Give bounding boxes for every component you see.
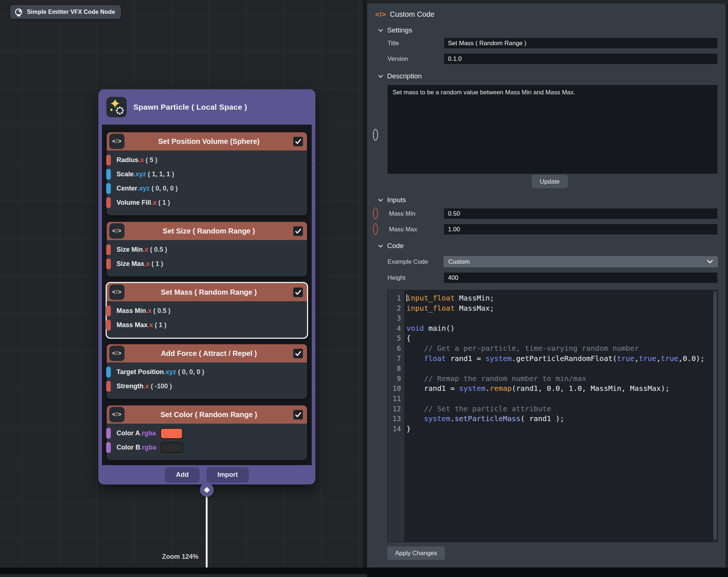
code-line-3 — [406, 313, 713, 323]
param-port-icon[interactable] — [106, 154, 111, 166]
param-row-volume-fill[interactable]: Volume Fill.x ( 1 ) — [107, 196, 307, 210]
param-name: Size Min — [117, 246, 143, 254]
apply-changes-button[interactable]: Apply Changes — [387, 546, 445, 560]
section-label: Code — [387, 242, 404, 250]
line-number: 8 — [387, 364, 404, 374]
code-line-9: // Remap the random number to min/max — [406, 374, 713, 384]
title-input[interactable] — [444, 38, 718, 49]
param-port-icon[interactable] — [106, 258, 111, 270]
code-token: system — [459, 384, 485, 393]
selected-option: Custom — [448, 258, 707, 266]
module-enabled-checkbox[interactable] — [293, 226, 303, 236]
param-row-strength[interactable]: Strength.x ( -100 ) — [107, 379, 307, 393]
param-value: ( 1 ) — [150, 260, 163, 268]
section-inputs[interactable]: Inputs — [378, 196, 406, 204]
example-code-select[interactable]: Custom — [444, 256, 718, 267]
module-title: Set Size ( Random Range ) — [125, 227, 293, 235]
app-window: Simple Emitter VFX Code Node Spawn Parti… — [0, 0, 728, 577]
add-button[interactable]: Add — [165, 467, 200, 483]
module-set-mass-random-range[interactable]: </>Set Mass ( Random Range )Mass Min.x (… — [107, 283, 307, 338]
param-row-size-max[interactable]: Size Max.x ( 1 ) — [107, 257, 307, 271]
module-header[interactable]: </>Set Position Volume (Sphere) — [107, 132, 307, 150]
spawn-particle-node[interactable]: Spawn Particle ( Local Space ) </>Set Po… — [98, 89, 315, 484]
param-row-mass-max[interactable]: Mass Max.x ( 1 ) — [107, 318, 307, 332]
section-code[interactable]: Code — [378, 242, 404, 250]
module-enabled-checkbox[interactable] — [293, 287, 303, 297]
mass-min-input[interactable] — [444, 208, 718, 219]
param-port-icon[interactable] — [106, 442, 111, 453]
section-settings[interactable]: Settings — [378, 26, 412, 34]
code-line-7: float rand1 = system.getParticleRandomFl… — [406, 354, 713, 364]
param-name: Radius — [117, 156, 138, 164]
param-port-icon[interactable] — [106, 169, 111, 180]
param-port-icon[interactable] — [106, 428, 111, 439]
param-value: ( 0, 0, 0 ) — [176, 368, 204, 376]
param-port-icon[interactable] — [106, 197, 111, 208]
param-port-icon[interactable] — [106, 319, 111, 331]
param-suffix: .rgba — [140, 444, 156, 451]
code-text-area[interactable]: input_float MassMin;input_float MassMax;… — [404, 290, 713, 542]
module-rows: Mass Min.x ( 0.5 )Mass Max.x ( 1 ) — [107, 301, 307, 338]
module-set-color-random-range[interactable]: </>Set Color ( Random Range )Color A.rgb… — [107, 405, 307, 460]
module-header[interactable]: </>Set Mass ( Random Range ) — [107, 283, 307, 301]
title-label: Title — [387, 40, 399, 47]
editor-scrollbar[interactable] — [713, 290, 717, 542]
update-button[interactable]: Update — [532, 175, 568, 188]
param-port-icon[interactable] — [106, 366, 111, 378]
node-graph-canvas[interactable]: Simple Emitter VFX Code Node Spawn Parti… — [0, 0, 367, 577]
connection-wire — [206, 495, 208, 568]
param-port-icon[interactable] — [106, 381, 111, 392]
param-row-size-min[interactable]: Size Min.x ( 0.5 ) — [107, 243, 307, 257]
code-token: float — [424, 354, 446, 363]
module-enabled-checkbox[interactable] — [293, 410, 303, 420]
code-editor[interactable]: 1234567891011121314 input_float MassMin;… — [387, 290, 718, 542]
code-token: ,0.0); — [678, 354, 705, 363]
module-enabled-checkbox[interactable] — [293, 349, 303, 358]
param-row-mass-min[interactable]: Mass Min.x ( 0.5 ) — [107, 304, 307, 318]
param-suffix: .x — [138, 156, 144, 164]
line-number: 1 — [387, 293, 404, 303]
graph-title: Simple Emitter VFX Code Node — [27, 9, 115, 15]
module-header[interactable]: </>Set Color ( Random Range ) — [107, 405, 307, 424]
param-row-color-b[interactable]: Color B.rgba — [107, 440, 307, 455]
node-header[interactable]: Spawn Particle ( Local Space ) — [98, 89, 315, 125]
line-number: 7 — [387, 354, 404, 364]
height-input[interactable] — [444, 272, 718, 283]
module-header[interactable]: </>Set Size ( Random Range ) — [107, 222, 307, 240]
color-swatch[interactable] — [160, 428, 183, 439]
module-set-position-volume-sphere[interactable]: </>Set Position Volume (Sphere)Radius.x … — [107, 132, 307, 215]
version-input[interactable] — [444, 53, 718, 64]
param-name: Target Position — [117, 368, 164, 376]
line-number: 5 — [387, 333, 404, 344]
description-textarea[interactable]: Set mass to be a random value between Ma… — [387, 85, 718, 174]
description-port-icon — [373, 129, 378, 141]
line-number: 14 — [387, 424, 404, 434]
mass-max-input[interactable] — [444, 224, 718, 235]
node-output-port[interactable] — [200, 483, 214, 497]
module-enabled-checkbox[interactable] — [293, 137, 303, 146]
port-dot — [204, 487, 210, 493]
import-button[interactable]: Import — [206, 467, 249, 483]
param-name: Scale — [117, 170, 134, 178]
param-row-scale[interactable]: Scale.xyz ( 1, 1, 1 ) — [107, 167, 307, 181]
param-row-color-a[interactable]: Color A.rgba — [107, 426, 307, 440]
code-line-14: } — [406, 424, 713, 434]
param-row-radius[interactable]: Radius.x ( 5 ) — [107, 153, 307, 167]
mass-max-label: Mass Max — [389, 226, 417, 233]
section-description[interactable]: Description — [378, 72, 422, 80]
chevron-down-icon — [378, 199, 383, 202]
param-port-icon[interactable] — [106, 183, 111, 194]
param-port-icon[interactable] — [106, 305, 111, 317]
scrollbar-thumb[interactable] — [713, 291, 717, 540]
param-row-target-position[interactable]: Target Position.xyz ( 0, 0, 0 ) — [107, 365, 307, 379]
color-swatch[interactable] — [161, 442, 183, 453]
module-add-force-attract-repel[interactable]: </>Add Force ( Attract / Repel )Target P… — [107, 344, 307, 399]
module-header[interactable]: </>Add Force ( Attract / Repel ) — [107, 344, 307, 362]
param-port-icon[interactable] — [106, 244, 111, 255]
line-number: 3 — [387, 313, 404, 323]
code-token: input_float — [406, 304, 454, 313]
param-row-center[interactable]: Center.xyz ( 0, 0, 0 ) — [107, 181, 307, 196]
param-suffix: .x — [147, 321, 153, 329]
module-set-size-random-range[interactable]: </>Set Size ( Random Range )Size Min.x (… — [107, 222, 307, 276]
code-token: MassMax; — [454, 304, 494, 313]
